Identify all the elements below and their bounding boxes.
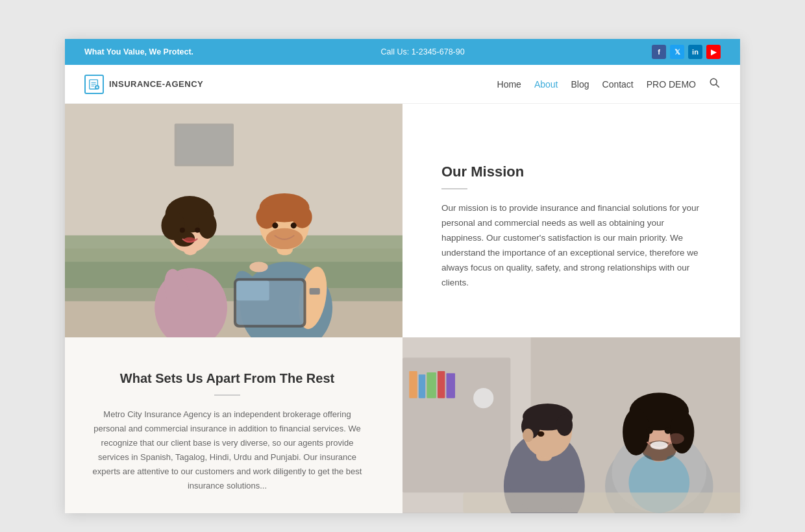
facebook-icon[interactable]: f bbox=[652, 45, 666, 59]
svg-point-71 bbox=[665, 427, 671, 433]
svg-rect-41 bbox=[236, 281, 269, 300]
social-icons-group: f 𝕏 in ▶ bbox=[652, 45, 721, 59]
logo[interactable]: INSURANCE-AGENCY bbox=[84, 75, 203, 94]
hero-image-couple bbox=[65, 104, 402, 337]
svg-rect-50 bbox=[446, 373, 455, 398]
svg-rect-38 bbox=[310, 288, 320, 295]
nav-contact[interactable]: Contact bbox=[602, 79, 634, 90]
nav-bar: INSURANCE-AGENCY Home About Blog Contact… bbox=[65, 65, 740, 104]
mission-divider bbox=[441, 188, 467, 189]
svg-point-59 bbox=[523, 428, 534, 442]
svg-rect-48 bbox=[427, 372, 436, 398]
svg-rect-47 bbox=[419, 374, 425, 398]
svg-point-22 bbox=[198, 212, 216, 239]
svg-point-25 bbox=[195, 228, 200, 233]
svg-rect-46 bbox=[409, 371, 417, 398]
top-bar: What You Value, We Protect. Call Us: 1-2… bbox=[65, 39, 740, 65]
nav-about[interactable]: About bbox=[534, 79, 558, 90]
top-section: Our Mission Our mission is to provide in… bbox=[65, 104, 740, 337]
linkedin-icon[interactable]: in bbox=[688, 45, 702, 59]
main-content: Our Mission Our mission is to provide in… bbox=[65, 104, 740, 513]
apart-body: Metro City Insurance Agency is an indepe… bbox=[91, 407, 364, 494]
svg-point-7 bbox=[710, 79, 717, 85]
apart-divider bbox=[214, 394, 240, 396]
bottom-section: What Sets Us Apart From The Rest Metro C… bbox=[65, 337, 740, 513]
svg-point-60 bbox=[538, 431, 544, 437]
svg-point-70 bbox=[647, 427, 653, 433]
search-icon[interactable] bbox=[709, 77, 721, 91]
apart-title: What Sets Us Apart From The Rest bbox=[91, 370, 364, 387]
mission-body: Our mission is to provide insurance and … bbox=[441, 201, 708, 291]
meeting-image bbox=[402, 337, 740, 513]
mission-title: Our Mission bbox=[441, 163, 708, 180]
svg-point-58 bbox=[556, 415, 573, 436]
nav-blog[interactable]: Blog bbox=[571, 79, 589, 90]
svg-point-51 bbox=[473, 388, 493, 408]
svg-line-8 bbox=[716, 84, 719, 87]
logo-text: INSURANCE-AGENCY bbox=[109, 79, 203, 89]
phone-number: Call Us: 1-2345-678-90 bbox=[380, 47, 464, 56]
svg-rect-12 bbox=[177, 125, 232, 164]
svg-point-72 bbox=[650, 441, 668, 449]
nav-home[interactable]: Home bbox=[497, 79, 521, 90]
nav-links: Home About Blog Contact PRO DEMO bbox=[497, 79, 696, 90]
nav-pro-demo[interactable]: PRO DEMO bbox=[647, 79, 696, 90]
tagline: What You Value, We Protect. bbox=[84, 47, 193, 56]
youtube-icon[interactable]: ▶ bbox=[706, 45, 721, 59]
logo-icon bbox=[84, 75, 104, 94]
browser-window: What You Value, We Protect. Call Us: 1-2… bbox=[65, 39, 740, 513]
svg-point-26 bbox=[184, 237, 195, 243]
twitter-icon[interactable]: 𝕏 bbox=[670, 45, 684, 59]
apart-section: What Sets Us Apart From The Rest Metro C… bbox=[65, 337, 402, 513]
mission-section: Our Mission Our mission is to provide in… bbox=[402, 104, 740, 337]
svg-point-37 bbox=[291, 223, 297, 228]
svg-point-73 bbox=[668, 433, 684, 444]
svg-point-24 bbox=[180, 228, 185, 233]
svg-point-42 bbox=[249, 261, 267, 272]
svg-rect-74 bbox=[464, 492, 741, 513]
svg-point-36 bbox=[272, 223, 278, 228]
svg-rect-49 bbox=[438, 371, 445, 398]
